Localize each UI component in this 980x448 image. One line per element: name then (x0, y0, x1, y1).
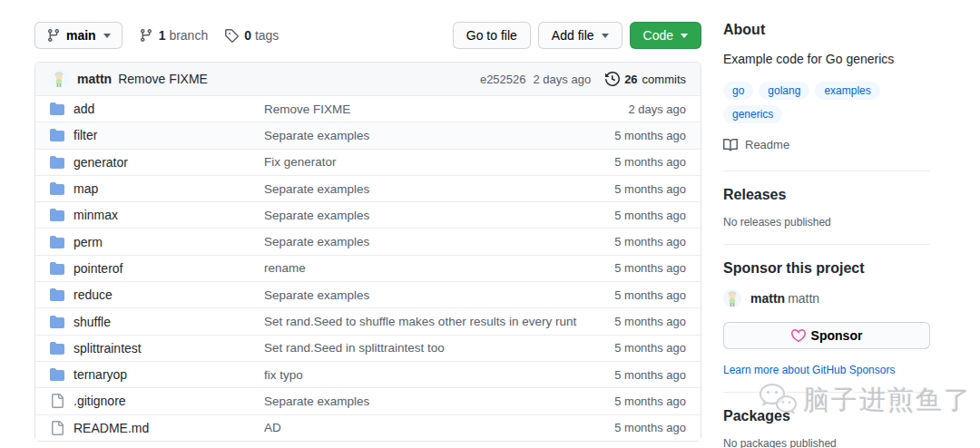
repo-toolbar: main 1 branch 0 tags Go to file Add file (34, 22, 701, 49)
tags-link[interactable]: 0 tags (224, 28, 279, 43)
commit-meta: e252526 2 days ago 26 commits (480, 72, 686, 86)
file-name[interactable]: ternaryop (74, 367, 264, 382)
repo-main-column: main 1 branch 0 tags Go to file Add file (34, 22, 701, 442)
commit-author[interactable]: mattn (77, 72, 112, 86)
file-icon (50, 394, 74, 408)
commit-time: 5 months ago (577, 209, 686, 222)
commit-message[interactable]: Separate examples (264, 182, 577, 196)
topic-pill[interactable]: go (723, 82, 753, 100)
table-row[interactable]: map Separate examples 5 months ago (35, 175, 701, 201)
topics-list: gogolangexamplesgenerics (723, 82, 930, 123)
commit-time: 5 months ago (577, 368, 686, 382)
tag-icon (224, 28, 239, 43)
commit-message[interactable]: AD (264, 421, 577, 434)
commit-time: 5 months ago (577, 129, 686, 142)
file-name[interactable]: minmax (74, 208, 264, 222)
commit-message[interactable]: Set rand.Seed to shuffle makes other res… (264, 315, 577, 328)
heart-icon (791, 328, 806, 343)
commit-time: 5 months ago (577, 394, 686, 408)
commit-hash[interactable]: e252526 (480, 73, 526, 86)
go-to-file-button[interactable]: Go to file (453, 22, 531, 49)
file-name[interactable]: add (74, 102, 264, 116)
commit-message[interactable]: fix typo (264, 368, 577, 382)
table-row[interactable]: .gitignore Separate examples 5 months ag… (35, 387, 701, 414)
repo-description: Example code for Go generics (723, 51, 930, 69)
commit-time: 5 months ago (577, 315, 686, 328)
folder-icon (50, 287, 74, 302)
table-row[interactable]: perm Separate examples 5 months ago (35, 228, 701, 254)
add-file-button[interactable]: Add file (538, 22, 622, 49)
folder-icon (50, 102, 74, 116)
file-name[interactable]: pointerof (74, 261, 264, 276)
folder-icon (50, 315, 74, 329)
table-row[interactable]: generator Fix generator 5 months ago (35, 149, 701, 175)
folder-icon (50, 367, 74, 382)
table-row[interactable]: add Remove FIXME 2 days ago (35, 95, 701, 122)
commits-history-link[interactable]: 26 commits (605, 72, 686, 86)
divider (723, 244, 930, 245)
commit-message[interactable]: Separate examples (264, 394, 577, 408)
sponsors-learn-more-link[interactable]: Learn more about GitHub Sponsors (723, 364, 895, 376)
topic-pill[interactable]: examples (815, 82, 879, 100)
file-name[interactable]: splittraintest (74, 341, 264, 355)
file-browser-box: mattn Remove FIXME e252526 2 days ago 26… (34, 62, 701, 442)
commit-message[interactable]: Separate examples (264, 288, 577, 302)
code-button[interactable]: Code (630, 22, 701, 49)
file-name[interactable]: README.md (74, 421, 264, 435)
readme-link[interactable]: Readme (723, 138, 789, 152)
sponsor-title: Sponsor this project (723, 260, 930, 277)
file-name[interactable]: perm (74, 235, 264, 249)
commit-message[interactable]: Fix generator (264, 155, 577, 169)
file-name[interactable]: shuffle (74, 315, 264, 329)
divider (723, 392, 930, 393)
git-branch-icon (46, 28, 61, 43)
file-name[interactable]: .gitignore (74, 394, 264, 408)
commit-message[interactable]: Separate examples (264, 129, 577, 142)
table-row[interactable]: README.md AD 5 months ago (35, 414, 701, 441)
sponsor-user-name[interactable]: mattnmattn (750, 291, 819, 306)
file-name[interactable]: map (74, 181, 264, 196)
commit-time: 5 months ago (577, 288, 686, 302)
table-row[interactable]: pointerof rename 5 months ago (35, 255, 701, 281)
releases-empty-text: No releases published (723, 216, 930, 229)
chevron-down-icon (681, 34, 688, 38)
file-name[interactable]: filter (74, 128, 264, 142)
branch-count-label: branch (169, 28, 208, 43)
commit-message[interactable]: Remove FIXME (264, 102, 577, 116)
file-name[interactable]: reduce (74, 287, 264, 302)
table-row[interactable]: shuffle Set rand.Seed to shuffle makes o… (35, 307, 701, 334)
commit-time: 5 months ago (577, 341, 686, 355)
topic-pill[interactable]: golang (759, 82, 809, 100)
commit-message-link[interactable]: Remove FIXME (118, 72, 208, 86)
avatar[interactable] (723, 289, 741, 307)
code-button-label: Code (643, 28, 673, 43)
table-row[interactable]: minmax Separate examples 5 months ago (35, 201, 701, 228)
folder-icon (50, 181, 74, 196)
commits-count: 26 (624, 73, 637, 86)
divider (723, 170, 930, 171)
table-row[interactable]: filter Separate examples 5 months ago (35, 122, 701, 148)
commit-message[interactable]: rename (264, 261, 577, 275)
table-row[interactable]: reduce Separate examples 5 months ago (35, 281, 701, 307)
file-table: add Remove FIXME 2 days ago filter Separ… (35, 95, 701, 441)
chevron-down-icon (602, 34, 609, 38)
table-row[interactable]: ternaryop fix typo 5 months ago (35, 361, 701, 387)
sponsor-button[interactable]: Sponsor (723, 322, 930, 349)
branch-count: 1 (159, 28, 166, 43)
commit-message[interactable]: Set rand.Seed in splittraintest too (264, 341, 577, 355)
table-row[interactable]: splittraintest Set rand.Seed in splittra… (35, 335, 701, 361)
commit-message[interactable]: Separate examples (264, 209, 577, 222)
commit-message[interactable]: Separate examples (264, 235, 577, 248)
sponsor-user-primary: mattn (750, 291, 785, 306)
chevron-down-icon (103, 34, 111, 38)
sponsor-button-label: Sponsor (811, 328, 863, 343)
commit-time: 5 months ago (577, 261, 686, 275)
branches-link[interactable]: 1 branch (139, 28, 209, 43)
file-name[interactable]: generator (74, 155, 264, 170)
topic-pill[interactable]: generics (723, 105, 782, 123)
sponsor-user-secondary: mattn (788, 291, 819, 306)
folder-icon (50, 235, 74, 249)
branch-selector[interactable]: main (34, 22, 122, 49)
avatar[interactable] (50, 70, 68, 88)
latest-commit-bar: mattn Remove FIXME e252526 2 days ago 26… (35, 63, 701, 95)
